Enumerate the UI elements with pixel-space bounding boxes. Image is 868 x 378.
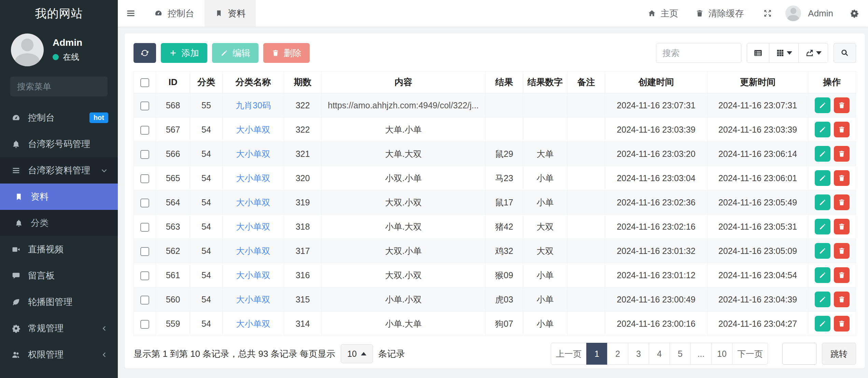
trash-icon: [838, 101, 846, 109]
row-checkbox[interactable]: [140, 320, 149, 329]
row-edit-button[interactable]: [815, 267, 830, 283]
settings-gear-icon[interactable]: [841, 9, 867, 18]
export-button[interactable]: [799, 43, 828, 63]
row-checkbox[interactable]: [140, 102, 149, 110]
category-name-link[interactable]: 大小单双: [236, 173, 270, 183]
add-button[interactable]: 添加: [161, 43, 207, 63]
category-name-link[interactable]: 大小单双: [236, 198, 270, 207]
pencil-icon: [818, 271, 827, 279]
category-name-link[interactable]: 大小单双: [236, 270, 270, 280]
cell-result-number: 小单: [523, 312, 568, 336]
page-ellipsis[interactable]: ...: [690, 343, 712, 365]
navbar-username[interactable]: Admin: [808, 8, 833, 19]
row-checkbox[interactable]: [140, 271, 149, 280]
row-checkbox[interactable]: [140, 223, 149, 232]
row-delete-button[interactable]: [834, 146, 850, 162]
sidebar-item-data[interactable]: 资料: [0, 184, 118, 210]
row-delete-button[interactable]: [834, 243, 850, 259]
table-row: 566 54 大小单双 321 大单.大双 鼠29 大单 2024-11-16 …: [134, 142, 856, 166]
caret-up-icon: [361, 352, 366, 355]
page-number[interactable]: 10: [711, 343, 732, 365]
cell-created-time: 2024-11-16 23:07:31: [605, 93, 708, 118]
sidebar-item-number-manage[interactable]: 台湾彩号码管理: [0, 131, 118, 157]
sidebar-item-permission[interactable]: 权限管理: [0, 341, 118, 368]
fullscreen-button[interactable]: [755, 9, 781, 18]
delete-button[interactable]: 删除: [263, 43, 310, 63]
category-name-link[interactable]: 大小单双: [236, 222, 270, 231]
cell-issue: 319: [284, 190, 322, 215]
trash-icon: [838, 247, 846, 255]
row-delete-button[interactable]: [834, 292, 850, 307]
row-delete-button[interactable]: [834, 219, 850, 234]
category-name-link[interactable]: 大小单双: [236, 125, 270, 134]
cell-issue: 314: [284, 312, 322, 336]
page-number[interactable]: 2: [607, 343, 628, 365]
row-checkbox[interactable]: [140, 247, 149, 256]
page-number[interactable]: 5: [670, 343, 691, 365]
row-checkbox[interactable]: [140, 150, 149, 159]
select-all-checkbox[interactable]: [140, 78, 149, 87]
clear-cache-link[interactable]: 清除缓存: [689, 8, 750, 19]
cell-content: 小单.大双: [322, 215, 486, 239]
page-number[interactable]: 3: [628, 343, 649, 365]
cell-result-number: 小单: [523, 263, 568, 287]
sidebar-item-live-video[interactable]: 直播视频: [0, 236, 118, 262]
menu-search-input[interactable]: [17, 82, 127, 92]
search-button[interactable]: [834, 43, 856, 63]
row-delete-button[interactable]: [834, 170, 850, 186]
category-name-link[interactable]: 大小单双: [236, 319, 270, 328]
row-delete-button[interactable]: [834, 267, 850, 283]
list-alt-icon: [753, 48, 763, 58]
sidebar-item-general[interactable]: 常规管理: [0, 315, 118, 341]
category-name-link[interactable]: 大小单双: [236, 149, 270, 159]
trash-icon: [838, 174, 846, 182]
sidebar-item-message-board[interactable]: 留言板: [0, 262, 118, 289]
category-name-link[interactable]: 大小单双: [236, 246, 270, 256]
edit-button[interactable]: 编辑: [212, 43, 258, 63]
home-link[interactable]: 主页: [641, 8, 684, 19]
row-checkbox[interactable]: [140, 199, 149, 207]
row-edit-button[interactable]: [815, 219, 830, 234]
next-page-button[interactable]: 下一页: [732, 343, 768, 365]
cell-result-number: 小单: [523, 287, 568, 312]
category-name-link[interactable]: 九肖30码: [236, 100, 271, 110]
columns-button[interactable]: [769, 43, 799, 63]
row-delete-button[interactable]: [834, 316, 850, 332]
row-checkbox[interactable]: [140, 126, 149, 135]
tab-data[interactable]: 资料: [205, 0, 256, 27]
page-number[interactable]: 4: [649, 343, 670, 365]
row-edit-button[interactable]: [815, 316, 830, 332]
row-edit-button[interactable]: [815, 170, 830, 186]
row-edit-button[interactable]: [815, 194, 830, 210]
sidebar-item-category[interactable]: 分类: [0, 210, 118, 236]
navbar-avatar[interactable]: [785, 5, 801, 21]
row-delete-button[interactable]: [834, 97, 850, 113]
jump-page-input[interactable]: [782, 343, 816, 365]
row-edit-button[interactable]: [815, 97, 830, 113]
row-checkbox[interactable]: [140, 174, 149, 183]
column-header: 期数: [284, 71, 322, 93]
page-size-select[interactable]: 10: [341, 344, 373, 363]
row-delete-button[interactable]: [834, 122, 850, 137]
row-edit-button[interactable]: [815, 243, 830, 259]
row-edit-button[interactable]: [815, 292, 830, 307]
row-checkbox[interactable]: [140, 296, 149, 305]
tab-dashboard[interactable]: 控制台: [144, 0, 205, 27]
pencil-icon: [818, 125, 827, 134]
sidebar-toggle-button[interactable]: [118, 0, 144, 27]
jump-button[interactable]: 跳转: [822, 343, 856, 365]
sidebar-item-dashboard[interactable]: 控制台 hot: [0, 105, 118, 131]
refresh-button[interactable]: [134, 43, 156, 63]
prev-page-button[interactable]: 上一页: [551, 343, 587, 365]
row-delete-button[interactable]: [834, 194, 850, 210]
sidebar-item-carousel[interactable]: 轮播图管理: [0, 289, 118, 315]
detail-view-button[interactable]: [747, 43, 769, 63]
category-name-link[interactable]: 大小单双: [236, 295, 270, 304]
row-edit-button[interactable]: [815, 122, 830, 137]
row-edit-button[interactable]: [815, 146, 830, 162]
table-search-input[interactable]: [656, 43, 741, 63]
page-number[interactable]: 1: [586, 343, 607, 365]
sidebar-item-data-manage[interactable]: 台湾彩资料管理: [0, 157, 118, 184]
cell-result: 鸡32: [486, 239, 523, 263]
column-header: 备注: [568, 71, 605, 93]
